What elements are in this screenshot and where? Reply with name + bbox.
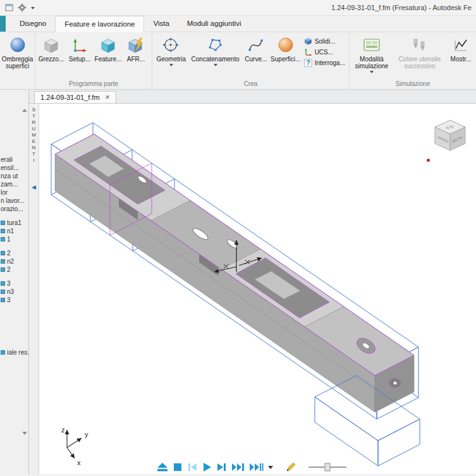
play-button[interactable] bbox=[202, 462, 212, 472]
document-tab[interactable]: 1.24-09-31-01_f.fm × bbox=[34, 91, 116, 103]
tree-item[interactable]: 2 bbox=[0, 265, 28, 274]
surface-sphere-icon bbox=[277, 35, 295, 56]
solid-cube-icon bbox=[304, 37, 312, 46]
tree-scroll-up-button[interactable] bbox=[22, 109, 27, 112]
tree-node-icon bbox=[1, 281, 5, 286]
tree-item[interactable]: 2 bbox=[0, 249, 28, 257]
ombreggia-superfici-button[interactable]: Ombreggia superfici bbox=[1, 34, 34, 70]
svg-text:?: ? bbox=[306, 59, 310, 66]
tree-item[interactable]: iale res... bbox=[0, 348, 28, 357]
tree-item[interactable]: orazio... bbox=[0, 205, 28, 213]
ribbon-group-programma-parte: Grezzo... Setup... bbox=[35, 32, 152, 89]
tree-scroll-down-button[interactable] bbox=[22, 432, 27, 435]
geometry-circle-icon bbox=[162, 35, 180, 56]
gear-icon[interactable] bbox=[18, 3, 27, 12]
feature-button[interactable]: Feature... bbox=[94, 34, 123, 63]
simulation-mode-icon bbox=[363, 35, 381, 56]
app-window-icon[interactable] bbox=[5, 4, 13, 11]
tree-node-icon bbox=[1, 259, 5, 264]
tree-node-icon bbox=[1, 251, 5, 255]
tree-item[interactable]: ensil... bbox=[0, 164, 28, 172]
tree-node-icon bbox=[1, 298, 5, 302]
quick-access-toolbar bbox=[0, 3, 35, 12]
tree-item[interactable]: 3 bbox=[0, 296, 28, 304]
edit-pencil-button[interactable] bbox=[285, 461, 296, 473]
document-tab-bar: 1.24-09-31-01_f.fm × bbox=[29, 90, 476, 104]
tree-item-label: n lavor... bbox=[1, 197, 25, 204]
axis-triad bbox=[67, 430, 82, 458]
speed-slider[interactable] bbox=[307, 462, 348, 472]
tree-item-label: tura1 bbox=[7, 219, 21, 226]
chevron-down-icon bbox=[370, 71, 374, 73]
tree-item[interactable]: 1 bbox=[0, 235, 28, 243]
app-tab-stub[interactable] bbox=[0, 16, 6, 32]
triad-y-label: y bbox=[85, 430, 88, 438]
chevron-down-icon bbox=[169, 64, 173, 66]
document-tab-label: 1.24-09-31-01_f.fm bbox=[40, 94, 100, 101]
modalita-simulazione-button[interactable]: Modalità simulazione bbox=[351, 34, 393, 73]
tree-item-label: iale res... bbox=[7, 349, 28, 356]
tree-item[interactable]: n3 bbox=[0, 288, 28, 296]
step-back-button[interactable] bbox=[187, 462, 198, 472]
close-tab-icon[interactable]: × bbox=[106, 94, 110, 101]
simulation-playback-toolbar bbox=[157, 461, 348, 473]
tree-item[interactable]: lor bbox=[0, 188, 28, 197]
tree-item-label: 2 bbox=[7, 266, 11, 273]
solidi-button[interactable]: Solidi... bbox=[304, 37, 345, 46]
tree-item[interactable]: nza ut bbox=[0, 172, 28, 180]
tree-item-label: ensil... bbox=[1, 164, 19, 171]
tree-item[interactable]: n1 bbox=[0, 227, 28, 235]
step-forward-button[interactable] bbox=[216, 462, 227, 472]
setup-button[interactable]: Setup... bbox=[66, 34, 94, 63]
tab-feature-e-lavorazione[interactable]: Feature e lavorazione bbox=[55, 16, 144, 32]
title-bar: 1.24-09-31-01_f.fm (Fresatura) - Autodes… bbox=[0, 0, 476, 16]
curve-button[interactable]: Curve... bbox=[242, 34, 270, 63]
next-operation-button[interactable] bbox=[249, 462, 264, 472]
chain-polygon-icon bbox=[207, 35, 224, 56]
tree-item-label: 2 bbox=[7, 250, 11, 257]
strumenti-panel-strip[interactable]: STRUMENTI ◀ bbox=[29, 104, 39, 474]
stop-button[interactable] bbox=[173, 462, 183, 472]
next-tool-color-icon bbox=[410, 35, 429, 56]
part-model-view[interactable]: z y x bbox=[39, 104, 475, 474]
tree-item[interactable]: tura1 bbox=[0, 219, 28, 227]
chevron-down-icon[interactable] bbox=[31, 7, 35, 9]
playback-options-chevron[interactable] bbox=[268, 466, 273, 469]
ribbon-group-shade: Ombreggia superfici bbox=[0, 32, 35, 89]
window-title: 1.24-09-31-01_f.fm (Fresatura) - Autodes… bbox=[331, 4, 472, 11]
tree-item-label: nza ut bbox=[1, 173, 18, 180]
interroga-button[interactable]: ? Interroga... bbox=[304, 59, 345, 67]
mostra-button[interactable]: Mostr... bbox=[447, 34, 475, 63]
ribbon: Ombreggia superfici Grezzo... bbox=[0, 32, 476, 90]
colore-utensile-successivo-button[interactable]: Colore utensile successivo bbox=[393, 34, 447, 70]
tree-node-icon bbox=[1, 237, 5, 241]
grezzo-button[interactable]: Grezzo... bbox=[37, 34, 66, 63]
view-cube[interactable]: ALTO FRONTE DESTRA bbox=[430, 116, 470, 157]
afr-button[interactable]: AFR... bbox=[123, 34, 149, 63]
tab-vista[interactable]: Vista bbox=[144, 16, 178, 32]
tab-disegno[interactable]: Disegno bbox=[11, 16, 55, 32]
eject-button[interactable] bbox=[157, 462, 168, 472]
tree-item-label: 3 bbox=[7, 296, 11, 303]
collapse-panel-button[interactable]: ◀ bbox=[32, 184, 36, 190]
tree-item[interactable]: zam... bbox=[0, 180, 28, 188]
tree-item[interactable]: erali bbox=[0, 156, 28, 164]
ucs-button[interactable]: UCS... bbox=[304, 48, 345, 56]
viewport-canvas[interactable]: z y x ALTO FRONTE DESTRA bbox=[39, 104, 476, 474]
geometria-button[interactable]: Geometria bbox=[154, 34, 189, 66]
curve-icon bbox=[247, 35, 264, 56]
tree-item[interactable]: n lavor... bbox=[0, 197, 28, 205]
tree-item[interactable]: n2 bbox=[0, 257, 28, 265]
tab-moduli-aggiuntivi[interactable]: Moduli aggiuntivi bbox=[178, 16, 250, 32]
tree-item-label: zam... bbox=[1, 181, 18, 188]
ribbon-tab-bar: Disegno Feature e lavorazione Vista Modu… bbox=[0, 16, 476, 32]
fast-forward-end-button[interactable] bbox=[231, 462, 245, 472]
superfici-button[interactable]: Superfici... bbox=[270, 34, 302, 63]
ribbon-group-crea: Geometria Concatenamento bbox=[152, 32, 350, 89]
tree-item-label: 3 bbox=[7, 280, 11, 287]
tree-item[interactable]: 3 bbox=[0, 279, 28, 288]
operations-tree-panel[interactable]: erali ensil... nza ut zam... lor n lavor… bbox=[0, 90, 29, 474]
crea-small-buttons: Solidi... UCS... ? Inte bbox=[302, 34, 348, 67]
tree-item-label: erali bbox=[1, 156, 13, 163]
concatenamento-button[interactable]: Concatenamento bbox=[189, 34, 242, 66]
